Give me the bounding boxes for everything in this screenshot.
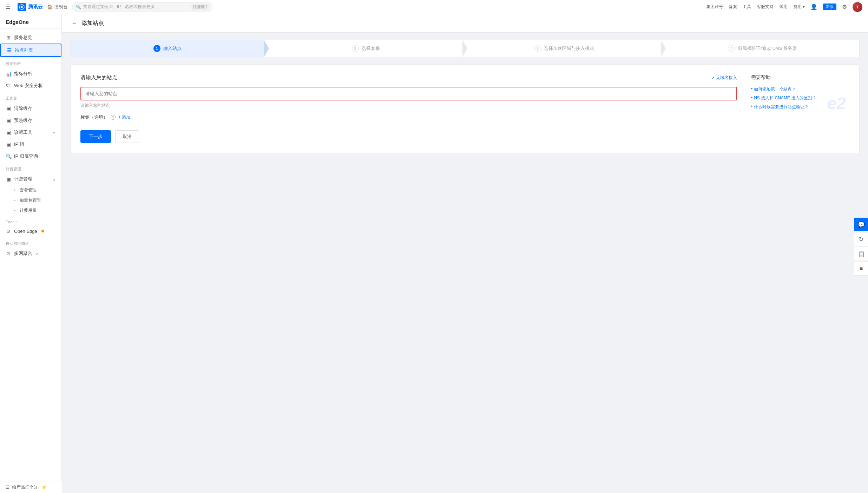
- clear-cache-icon: ▣: [6, 106, 11, 111]
- console-label: 控制台: [54, 4, 68, 10]
- step-arrow-1: [264, 40, 269, 57]
- back-button[interactable]: ←: [70, 19, 79, 27]
- steps-bar: 1 输入站点 2 选择套餐 3 选择加速区域与接入模式 4 归属权验证/修改 D…: [70, 40, 860, 57]
- step-1-input: 1 输入站点: [71, 40, 264, 57]
- no-domain-icon: ↗: [711, 75, 715, 80]
- settings-icon[interactable]: ⚙: [842, 4, 847, 10]
- service-overview-label: 服务总览: [14, 34, 32, 41]
- multi-network-icon: ⊙: [6, 251, 11, 256]
- sidebar-section-main: ⊞ 服务总览 ☰ 站点列表: [0, 29, 61, 57]
- step-1-label: 输入站点: [163, 45, 182, 52]
- open-edge-icon: ⊙: [6, 228, 11, 234]
- sidebar-section-tools: 工具集 ▣ 清除缓存 ▣ 预热缓存 ▣ 诊断工具 ▼ ▣ IP 组 🔍 IP 归…: [0, 92, 61, 162]
- sidebar-item-site-list[interactable]: ☰ 站点列表: [0, 44, 61, 57]
- main-content: ← 添加站点 1 输入站点 2 选择套餐 3 选择加速区域与接入模式: [62, 14, 868, 493]
- step-3-label: 选择加速区域与接入模式: [544, 45, 594, 52]
- web-security-icon: 🛡: [6, 83, 11, 88]
- fee-link[interactable]: 费用 ▾: [793, 4, 805, 10]
- site-input-wrapper: [80, 87, 737, 100]
- addon-mgmt-label: 加量包管理: [20, 197, 41, 203]
- hamburger-icon[interactable]: ☰: [6, 4, 11, 10]
- sidebar-section-edge-plus: Edge + ⊙ Open Edge: [0, 216, 61, 237]
- support-link[interactable]: 客服支持: [757, 4, 774, 10]
- page-content-area: 1 输入站点 2 选择套餐 3 选择加速区域与接入模式 4 归属权验证/修改 D…: [62, 33, 868, 160]
- edge-plus-label: Edge +: [0, 218, 61, 225]
- chat-icon: 💬: [858, 221, 865, 228]
- filing-link[interactable]: 备案: [729, 4, 737, 10]
- tools-link[interactable]: 工具: [743, 4, 751, 10]
- sidebar-bottom[interactable]: ☰ 给产品打个分 ⭐: [0, 481, 62, 493]
- cancel-button[interactable]: 取消: [115, 130, 139, 143]
- user-icon[interactable]: 👤: [810, 4, 817, 10]
- form-left: 请输入您的站点 ↗ 无域名接入 请输入您的站点 标签（选填） ?: [80, 74, 737, 143]
- add-tag-button[interactable]: + 添加: [118, 114, 130, 120]
- console-link[interactable]: 🏠 控制台: [47, 4, 68, 10]
- group-account-link[interactable]: 集团账号: [706, 4, 723, 10]
- console-icon: 🏠: [47, 4, 53, 9]
- more-icon: ≡: [860, 265, 863, 272]
- trial-link[interactable]: 试用: [779, 4, 788, 10]
- bottom-icon: ☰: [6, 485, 9, 490]
- sidebar-item-multi-network[interactable]: ⊙ 多网聚合 ↗: [0, 248, 61, 259]
- site-input[interactable]: [84, 89, 734, 98]
- sidebar-item-ip-lookup[interactable]: 🔍 IP 归属查询: [0, 150, 61, 162]
- sidebar-item-service-overview[interactable]: ⊞ 服务总览: [0, 32, 61, 44]
- logo-icon: [18, 3, 26, 11]
- open-edge-label: Open Edge: [14, 229, 37, 234]
- sidebar: EdgeOne ⊞ 服务总览 ☰ 站点列表 数据分析 📊 指标分析 🛡 Web …: [0, 14, 62, 493]
- sidebar-section-data-analysis: 数据分析 📊 指标分析 🛡 Web 安全分析: [0, 57, 61, 92]
- step-2-label: 选择套餐: [362, 45, 380, 52]
- sidebar-item-metrics[interactable]: 📊 指标分析: [0, 68, 61, 80]
- step-4-label: 归属权验证/修改 DNS 服务器: [738, 45, 797, 52]
- data-analysis-label: 数据分析: [0, 60, 61, 68]
- sidebar-item-open-edge[interactable]: ⊙ Open Edge: [0, 225, 61, 237]
- preheat-cache-icon: ▣: [6, 118, 11, 123]
- ip-group-label: IP 组: [14, 141, 24, 147]
- tag-info-icon[interactable]: ?: [111, 115, 116, 120]
- refresh-button[interactable]: ↻: [854, 232, 868, 246]
- sidebar-item-web-security[interactable]: 🛡 Web 安全分析: [0, 80, 61, 92]
- sidebar-item-package-mgmt[interactable]: 套餐管理: [11, 185, 61, 195]
- service-overview-icon: ⊞: [6, 35, 11, 40]
- floating-buttons: 💬 ↻ 📋 ≡: [854, 217, 868, 276]
- logo: 腾讯云: [18, 3, 43, 11]
- sidebar-item-billing-mgmt[interactable]: ▣ 计费管理 ▲: [0, 173, 61, 185]
- metrics-label: 指标分析: [14, 71, 32, 77]
- ip-lookup-label: IP 归属查询: [14, 153, 38, 159]
- form-right: 需要帮助 如何添加第一个站点？ NS 接入和 CNAME 接入的区别？ 什么时候…: [751, 74, 849, 143]
- global-search[interactable]: 🔍 支持通过实例ID、IP、名称等搜索资源 快捷键 /: [72, 2, 212, 12]
- sidebar-item-diagnostic-tools[interactable]: ▣ 诊断工具 ▼: [0, 126, 61, 138]
- avatar[interactable]: T: [853, 2, 862, 12]
- open-edge-dot: [41, 230, 44, 232]
- sidebar-item-preheat-cache[interactable]: ▣ 预热缓存: [0, 114, 61, 126]
- help-link-3[interactable]: 什么时候需要进行站点验证？: [754, 104, 809, 110]
- chat-button[interactable]: 💬: [854, 217, 868, 231]
- tag-label: 标签（选填）: [80, 114, 108, 120]
- tools-label: 工具集: [0, 94, 61, 103]
- search-placeholder-text: 支持通过实例ID、IP、名称等搜索资源: [83, 4, 154, 10]
- sidebar-item-ip-group[interactable]: ▣ IP 组: [0, 138, 61, 150]
- sidebar-item-billing-usage[interactable]: 计费用量: [11, 205, 61, 216]
- multi-network-label: 多网聚合: [14, 250, 32, 257]
- new-version-btn[interactable]: 新版: [823, 4, 836, 10]
- step-arrow-2: [462, 40, 467, 57]
- more-button[interactable]: ≡: [854, 262, 868, 276]
- docs-button[interactable]: 📋: [854, 247, 868, 261]
- next-step-button[interactable]: 下一步: [80, 130, 111, 143]
- billing-mgmt-label: 计费管理: [14, 176, 32, 182]
- sidebar-item-clear-cache[interactable]: ▣ 清除缓存: [0, 103, 61, 114]
- no-domain-link[interactable]: ↗ 无域名接入: [711, 75, 737, 81]
- sidebar-title: EdgeOne: [0, 14, 61, 29]
- bottom-label: 给产品打个分: [12, 484, 38, 490]
- site-list-icon: ☰: [6, 47, 12, 53]
- help-link-2[interactable]: NS 接入和 CNAME 接入的区别？: [754, 95, 816, 101]
- page-title: 添加站点: [81, 20, 104, 27]
- step-2-num: 2: [352, 45, 359, 52]
- preheat-cache-label: 预热缓存: [14, 117, 32, 124]
- help-link-1[interactable]: 如何添加第一个站点？: [754, 86, 796, 92]
- billing-sub-menu: 套餐管理 加量包管理 计费用量: [0, 185, 61, 216]
- diagnostic-tools-icon: ▣: [6, 130, 11, 135]
- form-title-text: 请输入您的站点: [80, 74, 117, 81]
- form-section-title: 请输入您的站点 ↗ 无域名接入: [80, 74, 737, 81]
- sidebar-item-addon-mgmt[interactable]: 加量包管理: [11, 195, 61, 205]
